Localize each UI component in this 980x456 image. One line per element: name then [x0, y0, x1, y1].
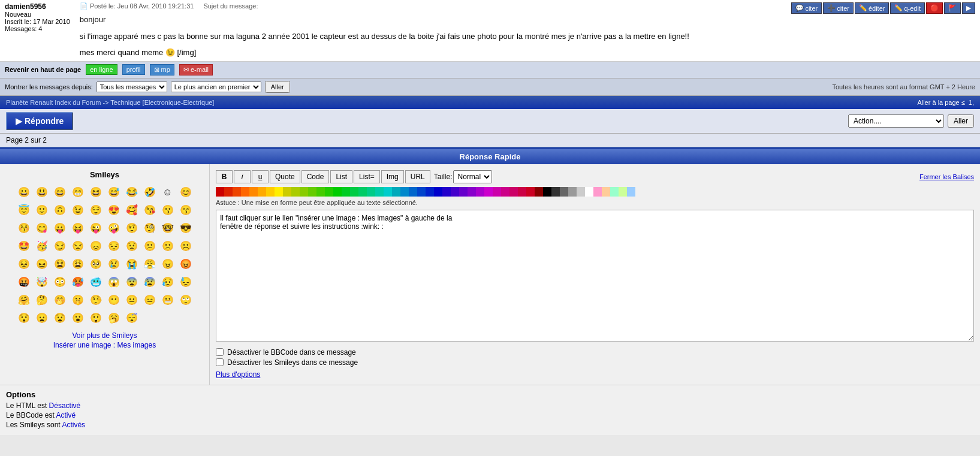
underline-button[interactable]: u	[252, 170, 269, 183]
smiley-item[interactable]: 🤭	[52, 292, 68, 309]
size-select[interactable]: Normal Tiny Small Normal Large Huge	[453, 170, 492, 183]
color-cell[interactable]	[551, 187, 560, 197]
color-cell[interactable]	[518, 187, 526, 197]
smiley-item[interactable]: 😏	[52, 238, 68, 255]
breadcrumb-link[interactable]: Planète Renault Index du Forum -> Techni…	[6, 99, 214, 106]
plus-options-link[interactable]: Plus d'options	[216, 370, 974, 379]
smiley-item[interactable]: 😭	[123, 256, 140, 273]
smiley-item[interactable]: 😎	[177, 220, 194, 237]
smiley-item[interactable]: 😰	[141, 274, 158, 291]
color-cell[interactable]	[216, 187, 224, 197]
smiley-item[interactable]: 😱	[105, 274, 122, 291]
color-cell[interactable]	[526, 187, 535, 197]
smiley-item[interactable]: 🤥	[88, 292, 104, 309]
list-button[interactable]: List	[330, 170, 352, 183]
smiley-item[interactable]: 😶	[105, 292, 122, 309]
flag-button[interactable]: 🚩	[944, 2, 961, 14]
more-button[interactable]: ▶	[962, 2, 975, 14]
smiley-item[interactable]: 😊	[177, 184, 194, 201]
color-cell[interactable]	[493, 187, 501, 197]
smiley-item[interactable]: 🤩	[16, 238, 32, 255]
action-aller-button[interactable]: Aller	[948, 114, 974, 128]
smiley-item[interactable]: 😙	[177, 202, 194, 219]
color-cell[interactable]	[610, 187, 619, 197]
color-cell[interactable]	[325, 187, 333, 197]
smiley-item[interactable]: 🤪	[105, 220, 122, 237]
color-cell[interactable]	[291, 187, 300, 197]
smiley-item[interactable]: 😣	[16, 256, 32, 273]
smiley-item[interactable]: 😝	[70, 220, 86, 237]
color-cell[interactable]	[602, 187, 610, 197]
color-cell[interactable]	[224, 187, 233, 197]
smiley-item[interactable]: 😩	[70, 256, 86, 273]
color-cell[interactable]	[468, 187, 476, 197]
smiley-item[interactable]: 😮	[70, 310, 86, 327]
smiley-item[interactable]: 🙄	[177, 292, 194, 309]
color-cell[interactable]	[400, 187, 409, 197]
color-cell[interactable]	[275, 187, 283, 197]
color-cell[interactable]	[283, 187, 291, 197]
mp-button[interactable]: ⊠ mp	[150, 64, 174, 76]
color-cell[interactable]	[484, 187, 493, 197]
smiley-item[interactable]: 🤨	[123, 220, 140, 237]
smiley-item[interactable]: 😁	[70, 184, 86, 201]
smiley-item[interactable]: 😓	[177, 274, 194, 291]
email-button[interactable]: ✉ e-mail	[179, 64, 213, 76]
smiley-item[interactable]: 🙂	[34, 202, 50, 219]
reply-textarea[interactable]	[216, 210, 974, 342]
bold-button[interactable]: B	[216, 170, 233, 183]
color-cell[interactable]	[316, 187, 325, 197]
color-cell[interactable]	[417, 187, 426, 197]
color-cell[interactable]	[593, 187, 602, 197]
smiley-item[interactable]: 🥳	[34, 238, 50, 255]
disable-smileys-checkbox[interactable]	[216, 358, 224, 366]
smiley-item[interactable]: 🤗	[16, 292, 32, 309]
smiley-item[interactable]: 😄	[52, 184, 68, 201]
smiley-item[interactable]: 😍	[105, 202, 122, 219]
citer2-button[interactable]: ➕ citer	[823, 2, 854, 14]
smiley-item[interactable]: 😧	[52, 310, 68, 327]
smiley-item[interactable]: 😅	[105, 184, 122, 201]
action-select[interactable]: Action....	[848, 114, 944, 128]
smiley-item[interactable]: 🤯	[34, 274, 50, 291]
qedit-button[interactable]: ✏️ q-edit	[890, 2, 925, 14]
color-cell[interactable]	[350, 187, 358, 197]
color-cell[interactable]	[434, 187, 442, 197]
color-cell[interactable]	[375, 187, 384, 197]
color-cell[interactable]	[300, 187, 308, 197]
color-cell[interactable]	[459, 187, 468, 197]
smiley-item[interactable]: 😳	[52, 274, 68, 291]
smiley-item[interactable]: 😡	[177, 256, 194, 273]
smiley-item[interactable]: 🤔	[34, 292, 50, 309]
color-cell[interactable]	[476, 187, 484, 197]
smiley-item[interactable]: 😘	[141, 202, 158, 219]
smiley-item[interactable]: 😗	[159, 202, 176, 219]
smiley-item[interactable]: 😛	[52, 220, 68, 237]
smiley-item[interactable]: 🥶	[88, 274, 104, 291]
smiley-item[interactable]: 😥	[159, 274, 176, 291]
smiley-item[interactable]: 🥱	[105, 310, 122, 327]
color-cell[interactable]	[367, 187, 375, 197]
color-cell[interactable]	[577, 187, 585, 197]
smiley-item[interactable]: 😞	[88, 238, 104, 255]
url-button[interactable]: URL	[405, 170, 430, 183]
disable-bbcode-checkbox[interactable]	[216, 348, 224, 356]
smiley-item[interactable]: 😫	[52, 256, 68, 273]
delete-button[interactable]: 🔴	[926, 2, 943, 14]
color-cell[interactable]	[358, 187, 367, 197]
smiley-item[interactable]: 🥵	[70, 274, 86, 291]
color-cell[interactable]	[509, 187, 518, 197]
smiley-item[interactable]: 😑	[141, 292, 158, 309]
inserer-image-link[interactable]: Insérer une image : Mes images	[6, 341, 203, 349]
color-cell[interactable]	[266, 187, 275, 197]
color-cell[interactable]	[543, 187, 551, 197]
smiley-item[interactable]: 😜	[88, 220, 104, 237]
smiley-item[interactable]: 🧐	[141, 220, 158, 237]
filter-aller-button[interactable]: Aller	[265, 81, 290, 93]
filter-select[interactable]: Tous les messages	[97, 81, 167, 92]
quote-button[interactable]: Quote	[270, 170, 300, 183]
color-cell[interactable]	[342, 187, 350, 197]
smiley-item[interactable]: 😤	[141, 256, 158, 273]
italic-button[interactable]: i	[234, 170, 251, 183]
smiley-item[interactable]: 😬	[159, 292, 176, 309]
